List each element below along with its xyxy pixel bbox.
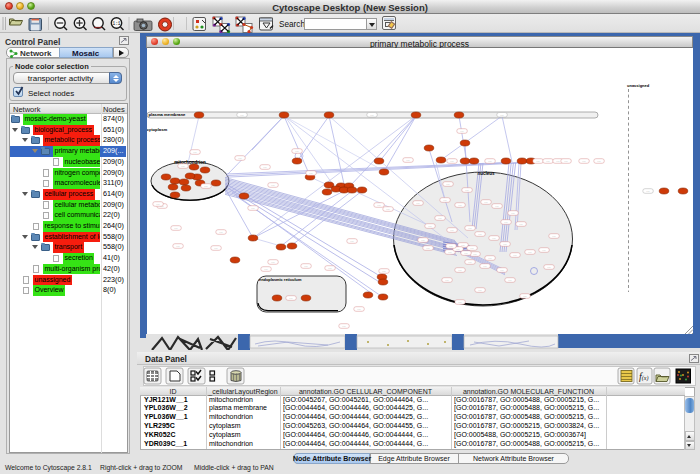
svg-text:....: .... <box>304 264 308 268</box>
svg-text:....: .... <box>350 239 354 243</box>
svg-text:....: .... <box>513 253 517 257</box>
svg-text:....: .... <box>528 250 532 254</box>
svg-text:....: .... <box>461 243 465 247</box>
svg-text:....: .... <box>564 159 568 163</box>
svg-text:....: .... <box>470 246 474 250</box>
svg-text:....: .... <box>503 242 507 246</box>
svg-text:....: .... <box>523 294 527 298</box>
svg-text:....: .... <box>473 252 477 256</box>
svg-text:....: .... <box>450 159 454 163</box>
svg-text:....: .... <box>511 211 515 215</box>
svg-text:....: .... <box>357 307 361 311</box>
svg-text:....: .... <box>446 182 450 186</box>
svg-text:....: .... <box>468 260 472 264</box>
svg-text:cytoplasm: cytoplasm <box>147 127 167 132</box>
svg-text:....: .... <box>484 200 488 204</box>
svg-text:....: .... <box>214 246 218 250</box>
svg-text:....: .... <box>448 250 452 254</box>
svg-text:....: .... <box>519 222 523 226</box>
svg-text:....: .... <box>508 278 512 282</box>
svg-text:....: .... <box>445 278 449 282</box>
svg-text:....: .... <box>556 159 560 163</box>
svg-text:....: .... <box>456 247 460 251</box>
svg-text:....: .... <box>488 159 492 163</box>
svg-text:....: .... <box>597 159 601 163</box>
svg-text:....: .... <box>421 238 425 242</box>
svg-text:1:1: 1:1 <box>112 21 120 26</box>
svg-text:....: .... <box>263 165 267 169</box>
svg-text:....: .... <box>370 113 374 117</box>
svg-text:....: .... <box>406 158 410 162</box>
svg-text:....: .... <box>468 226 472 230</box>
svg-text:....: .... <box>443 198 447 202</box>
svg-text:....: .... <box>204 184 208 188</box>
svg-text:....: .... <box>500 268 504 272</box>
svg-text:....: .... <box>264 267 268 271</box>
svg-text:....: .... <box>271 183 275 187</box>
svg-text:....: .... <box>449 244 453 248</box>
svg-text:....: .... <box>458 268 462 272</box>
svg-text:....: .... <box>240 113 244 117</box>
svg-text:....: .... <box>416 201 420 205</box>
svg-text:....: .... <box>174 226 178 230</box>
svg-text:....: .... <box>377 203 381 207</box>
svg-text:nucleus: nucleus <box>477 171 495 176</box>
svg-text:plasma membrane: plasma membrane <box>149 112 186 117</box>
svg-text:....: .... <box>438 216 442 220</box>
svg-text:unassigned: unassigned <box>627 83 650 88</box>
svg-text:....: .... <box>542 248 546 252</box>
svg-text:....: .... <box>582 159 586 163</box>
svg-text:....: .... <box>547 265 551 269</box>
svg-text:....: .... <box>464 251 468 255</box>
svg-text:....: .... <box>460 129 464 133</box>
svg-text:....: .... <box>328 266 332 270</box>
svg-text:....: .... <box>426 246 430 250</box>
svg-text:....: .... <box>295 149 299 153</box>
svg-text:....: .... <box>238 156 242 160</box>
svg-text:....: .... <box>450 228 454 232</box>
svg-text:....: .... <box>309 171 313 175</box>
svg-text:....: .... <box>156 202 160 206</box>
svg-text:....: .... <box>646 189 650 193</box>
svg-text:....: .... <box>492 236 496 240</box>
svg-text:....: .... <box>181 164 185 168</box>
svg-text:Search:: Search: <box>279 20 307 29</box>
svg-text:....: .... <box>458 300 462 304</box>
svg-text:endoplasmic reticulum: endoplasmic reticulum <box>259 277 302 282</box>
svg-text:....: .... <box>386 207 390 211</box>
svg-text:....: .... <box>458 203 462 207</box>
svg-text:....: .... <box>546 159 550 163</box>
svg-text:....: .... <box>271 260 275 264</box>
svg-text:....: .... <box>483 264 487 268</box>
svg-text:....: .... <box>465 188 469 192</box>
svg-text:....: .... <box>219 230 223 234</box>
svg-text:....: .... <box>478 288 482 292</box>
svg-text:....: .... <box>552 234 556 238</box>
svg-text:....: .... <box>176 244 180 248</box>
svg-text:....: .... <box>251 206 255 210</box>
svg-text:....: .... <box>193 150 197 154</box>
svg-text:....: .... <box>495 204 499 208</box>
svg-text:....: .... <box>382 269 386 273</box>
svg-text:....: .... <box>488 256 492 260</box>
svg-text:....: .... <box>289 296 293 300</box>
svg-text:....: .... <box>504 220 508 224</box>
svg-text:....: .... <box>478 232 482 236</box>
svg-text:....: .... <box>500 113 504 117</box>
svg-text:....: .... <box>428 224 432 228</box>
svg-text:....: .... <box>536 159 540 163</box>
svg-text:....: .... <box>342 324 346 328</box>
